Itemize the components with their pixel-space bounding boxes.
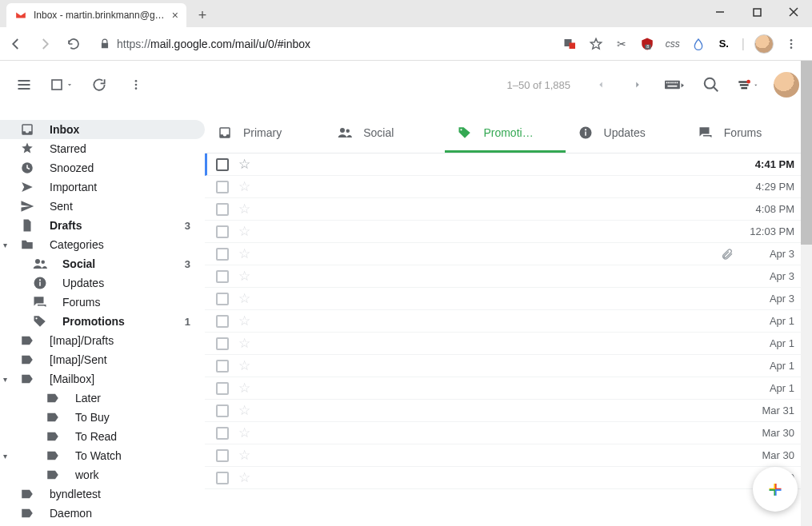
sidebar-item--imap-sent[interactable]: [Imap]/Sent — [0, 350, 205, 369]
star-icon[interactable]: ☆ — [238, 424, 250, 441]
back-button[interactable] — [6, 34, 26, 54]
sidebar-item-promotions[interactable]: Promotions1 — [0, 312, 205, 331]
checkbox[interactable] — [216, 404, 229, 417]
settings-icon[interactable] — [737, 74, 759, 96]
sidebar-item-forums[interactable]: Forums — [0, 293, 205, 312]
scroll-thumb[interactable] — [801, 61, 812, 245]
select-all-dropdown[interactable] — [50, 78, 74, 92]
email-row[interactable]: ☆4:41 PM — [205, 153, 806, 176]
star-icon[interactable]: ☆ — [238, 380, 250, 396]
email-row[interactable]: ☆Apr 1 — [205, 377, 806, 400]
close-tab-icon[interactable]: × — [172, 9, 178, 22]
browser-tab[interactable]: Inbox - martin.brinkmann@goog × — [6, 3, 186, 27]
tab-promoti[interactable]: Promoti… — [445, 115, 565, 153]
star-icon[interactable]: ☆ — [238, 290, 250, 307]
next-page-button[interactable] — [626, 74, 649, 96]
star-icon[interactable]: ☆ — [238, 447, 250, 464]
scrollbar[interactable] — [801, 61, 812, 526]
checkbox[interactable] — [216, 337, 229, 350]
star-icon[interactable]: ☆ — [238, 201, 250, 217]
close-window-button[interactable] — [775, 0, 812, 24]
star-icon[interactable]: ☆ — [238, 268, 250, 285]
minimize-button[interactable] — [702, 0, 738, 24]
tab-primary[interactable]: Primary — [205, 115, 325, 153]
address-bar[interactable]: https://mail.google.com/mail/u/0/#inbox — [93, 34, 553, 54]
email-row[interactable]: ☆Mar 31 — [205, 400, 806, 422]
star-icon[interactable]: ☆ — [238, 313, 250, 329]
new-tab-button[interactable]: + — [191, 4, 214, 26]
checkbox[interactable] — [216, 472, 229, 484]
sidebar-item-important[interactable]: Important — [0, 177, 205, 197]
sidebar-item-to-watch[interactable]: ▾To Watch — [0, 446, 205, 465]
email-row[interactable]: ☆Apr 1 — [205, 333, 806, 355]
prev-page-button[interactable] — [590, 74, 612, 96]
star-icon[interactable] — [588, 36, 604, 52]
ext-css-icon[interactable]: css — [665, 36, 681, 52]
sidebar-item-byndletest[interactable]: byndletest — [0, 484, 205, 504]
checkbox[interactable] — [216, 158, 229, 171]
email-row[interactable]: ☆Apr 3 — [205, 288, 806, 310]
star-icon[interactable]: ☆ — [238, 245, 250, 262]
email-row[interactable]: ☆Apr 3 — [205, 243, 806, 265]
checkbox[interactable] — [216, 449, 229, 462]
star-icon[interactable]: ☆ — [238, 469, 250, 486]
more-icon[interactable] — [125, 74, 147, 96]
email-row[interactable]: ☆4:08 PM — [205, 198, 806, 221]
email-row[interactable]: ☆Mar 30 — [205, 422, 806, 444]
checkbox[interactable] — [216, 427, 229, 440]
checkbox[interactable] — [216, 225, 229, 238]
email-row[interactable]: ☆Mar 30 — [205, 444, 806, 467]
email-row[interactable]: ☆Mar 30 — [205, 467, 806, 489]
ext-drop-icon[interactable] — [690, 36, 706, 52]
sidebar-item--imap-drafts[interactable]: [Imap]/Drafts — [0, 331, 205, 350]
sidebar-item-snoozed[interactable]: Snoozed — [0, 158, 205, 177]
star-icon[interactable]: ☆ — [238, 178, 250, 195]
sidebar-item-drafts[interactable]: Drafts3 — [0, 216, 205, 235]
menu-icon[interactable] — [13, 74, 35, 96]
forward-button[interactable] — [35, 34, 54, 54]
email-row[interactable]: ☆Apr 3 — [205, 265, 806, 288]
email-row[interactable]: ☆4:29 PM — [205, 176, 806, 198]
star-icon[interactable]: ☆ — [238, 156, 250, 173]
reload-button[interactable] — [64, 34, 83, 54]
star-icon[interactable]: ☆ — [238, 223, 250, 240]
compose-fab[interactable]: + — [753, 467, 798, 512]
sidebar-item-inbox[interactable]: Inbox — [0, 120, 205, 139]
ext-scissors-icon[interactable]: ✂ — [614, 36, 630, 52]
star-icon[interactable]: ☆ — [238, 402, 250, 419]
sidebar-item-social[interactable]: Social3 — [0, 254, 205, 273]
star-icon[interactable]: ☆ — [238, 335, 250, 352]
tab-updates[interactable]: Updates — [566, 115, 686, 153]
checkbox[interactable] — [216, 360, 229, 373]
checkbox[interactable] — [216, 181, 229, 193]
account-avatar[interactable] — [774, 72, 799, 98]
sidebar-item-categories[interactable]: ▾Categories — [0, 235, 205, 254]
email-row[interactable]: ☆12:03 PM — [205, 221, 806, 243]
sidebar-item-to-buy[interactable]: To Buy — [0, 408, 205, 427]
profile-avatar-browser[interactable] — [754, 34, 774, 54]
ext-translate-icon[interactable] — [562, 36, 578, 52]
checkbox[interactable] — [216, 382, 229, 395]
checkbox[interactable] — [216, 315, 229, 328]
checkbox[interactable] — [216, 293, 229, 305]
sidebar-item-sent[interactable]: Sent — [0, 197, 205, 216]
sidebar-item--mailbox-[interactable]: ▾[Mailbox] — [0, 369, 205, 389]
tab-social[interactable]: Social — [325, 115, 445, 153]
checkbox[interactable] — [216, 203, 229, 216]
sidebar-item-daemon[interactable]: Daemon — [0, 504, 205, 523]
refresh-button[interactable] — [88, 74, 110, 96]
ext-s-icon[interactable]: S. — [716, 36, 732, 52]
search-icon[interactable] — [700, 74, 722, 96]
sidebar-item-updates[interactable]: Updates — [0, 273, 205, 293]
maximize-button[interactable] — [738, 0, 775, 24]
email-row[interactable]: ☆Apr 1 — [205, 355, 806, 377]
ext-ublock-icon[interactable]: 8 — [639, 36, 655, 52]
checkbox[interactable] — [216, 248, 229, 261]
input-tool-icon[interactable] — [663, 74, 686, 96]
email-row[interactable]: ☆Apr 1 — [205, 310, 806, 333]
browser-menu-icon[interactable] — [783, 36, 799, 52]
sidebar-item-work[interactable]: work — [0, 465, 205, 484]
tab-forums[interactable]: Forums — [686, 115, 806, 153]
sidebar-item-to-read[interactable]: To Read — [0, 427, 205, 446]
checkbox[interactable] — [216, 270, 229, 283]
